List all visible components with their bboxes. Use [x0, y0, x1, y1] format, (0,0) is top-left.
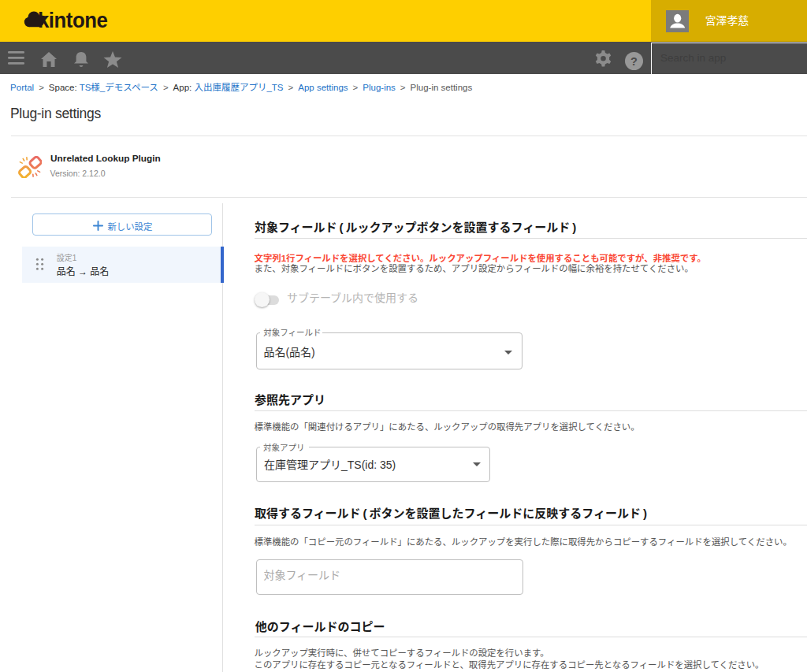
svg-text:?: ?	[630, 55, 638, 68]
